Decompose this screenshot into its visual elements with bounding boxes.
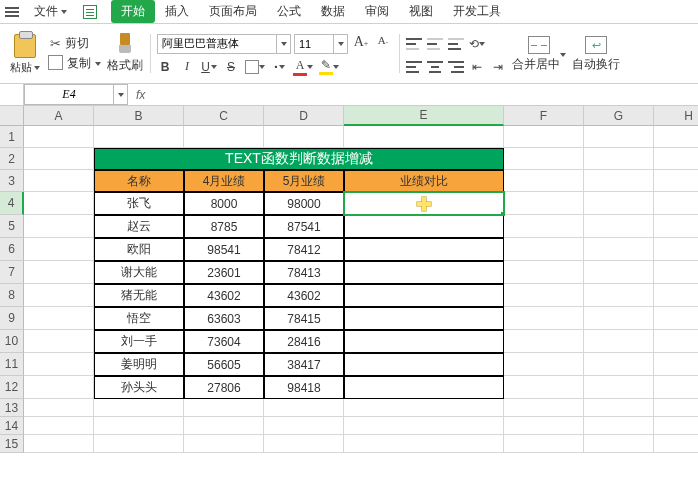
cell-C12[interactable]: 27806 xyxy=(184,376,264,399)
cell-H2[interactable] xyxy=(654,148,698,170)
cell-B15[interactable] xyxy=(94,435,184,453)
cell-C3[interactable]: 4月业绩 xyxy=(184,170,264,192)
cell-G1[interactable] xyxy=(584,126,654,148)
tab-data[interactable]: 数据 xyxy=(311,0,355,23)
row-header-4[interactable]: 4 xyxy=(0,192,24,215)
cell-A11[interactable] xyxy=(24,353,94,376)
fill-handle[interactable] xyxy=(500,211,504,215)
formula-input[interactable] xyxy=(153,84,698,105)
cell-H12[interactable] xyxy=(654,376,698,399)
cell-A10[interactable] xyxy=(24,330,94,353)
align-top-button[interactable] xyxy=(406,35,422,53)
font-color-button[interactable]: A xyxy=(293,58,313,76)
col-header-F[interactable]: F xyxy=(504,106,584,126)
fx-icon[interactable]: fx xyxy=(128,88,153,102)
cell-E9[interactable] xyxy=(344,307,504,330)
indent-right-button[interactable]: ⇥ xyxy=(490,58,506,76)
format-painter-button[interactable]: 格式刷 xyxy=(107,33,143,74)
cell-B14[interactable] xyxy=(94,417,184,435)
align-left-button[interactable] xyxy=(406,58,422,76)
cell-G6[interactable] xyxy=(584,238,654,261)
row-header-1[interactable]: 1 xyxy=(0,126,24,148)
cell-G12[interactable] xyxy=(584,376,654,399)
cell-E4[interactable] xyxy=(344,192,504,215)
row-header-12[interactable]: 12 xyxy=(0,376,24,399)
cell-D14[interactable] xyxy=(264,417,344,435)
merge-center-button[interactable]: 合并居中 xyxy=(512,34,566,73)
cell-B4[interactable]: 张飞 xyxy=(94,192,184,215)
cell-D12[interactable]: 98418 xyxy=(264,376,344,399)
cell-B8[interactable]: 猪无能 xyxy=(94,284,184,307)
tab-home[interactable]: 开始 xyxy=(111,0,155,23)
cell-B6[interactable]: 欧阳 xyxy=(94,238,184,261)
cell-G11[interactable] xyxy=(584,353,654,376)
font-size-input[interactable] xyxy=(294,34,334,54)
cell-D7[interactable]: 78413 xyxy=(264,261,344,284)
cell-D11[interactable]: 38417 xyxy=(264,353,344,376)
cell-C14[interactable] xyxy=(184,417,264,435)
increase-font-button[interactable]: A+ xyxy=(352,34,370,54)
cell-F14[interactable] xyxy=(504,417,584,435)
col-header-D[interactable]: D xyxy=(264,106,344,126)
col-header-B[interactable]: B xyxy=(94,106,184,126)
spreadsheet-grid[interactable]: ABCDEFGH 123456789101112131415 TEXT函数判断数… xyxy=(0,106,698,503)
cell-D4[interactable]: 98000 xyxy=(264,192,344,215)
indent-left-button[interactable]: ⇤ xyxy=(469,58,485,76)
cell-H10[interactable] xyxy=(654,330,698,353)
cell-A12[interactable] xyxy=(24,376,94,399)
cell-G7[interactable] xyxy=(584,261,654,284)
cell-A6[interactable] xyxy=(24,238,94,261)
paste-button[interactable]: 粘贴 xyxy=(6,32,44,75)
cell-G9[interactable] xyxy=(584,307,654,330)
cell-A1[interactable] xyxy=(24,126,94,148)
cell-F2[interactable] xyxy=(504,148,584,170)
cell-F4[interactable] xyxy=(504,192,584,215)
cell-H7[interactable] xyxy=(654,261,698,284)
cell-G10[interactable] xyxy=(584,330,654,353)
row-header-7[interactable]: 7 xyxy=(0,261,24,284)
cell-F11[interactable] xyxy=(504,353,584,376)
cell-A9[interactable] xyxy=(24,307,94,330)
cell-F5[interactable] xyxy=(504,215,584,238)
cell-B11[interactable]: 姜明明 xyxy=(94,353,184,376)
cell-C10[interactable]: 73604 xyxy=(184,330,264,353)
row-header-5[interactable]: 5 xyxy=(0,215,24,238)
font-name-input[interactable] xyxy=(157,34,277,54)
underline-button[interactable]: U xyxy=(201,58,217,76)
align-right-button[interactable] xyxy=(448,58,464,76)
cell-A8[interactable] xyxy=(24,284,94,307)
cell-F3[interactable] xyxy=(504,170,584,192)
name-box[interactable] xyxy=(24,84,114,105)
row-header-3[interactable]: 3 xyxy=(0,170,24,192)
cell-G15[interactable] xyxy=(584,435,654,453)
cell-H3[interactable] xyxy=(654,170,698,192)
align-middle-button[interactable] xyxy=(427,35,443,53)
cell-G14[interactable] xyxy=(584,417,654,435)
col-header-A[interactable]: A xyxy=(24,106,94,126)
cell-D5[interactable]: 87541 xyxy=(264,215,344,238)
cell-A14[interactable] xyxy=(24,417,94,435)
cell-F12[interactable] xyxy=(504,376,584,399)
cell-B9[interactable]: 悟空 xyxy=(94,307,184,330)
col-header-E[interactable]: E xyxy=(344,106,504,126)
cell-C8[interactable]: 43602 xyxy=(184,284,264,307)
cell-G2[interactable] xyxy=(584,148,654,170)
cell-H11[interactable] xyxy=(654,353,698,376)
cell-G5[interactable] xyxy=(584,215,654,238)
cell-G13[interactable] xyxy=(584,399,654,417)
align-center-button[interactable] xyxy=(427,58,443,76)
cell-H13[interactable] xyxy=(654,399,698,417)
tab-view[interactable]: 视图 xyxy=(399,0,443,23)
cell-H15[interactable] xyxy=(654,435,698,453)
cell-B7[interactable]: 谢大能 xyxy=(94,261,184,284)
cell-E8[interactable] xyxy=(344,284,504,307)
font-size-dropdown[interactable] xyxy=(334,34,348,54)
row-header-6[interactable]: 6 xyxy=(0,238,24,261)
cell-E10[interactable] xyxy=(344,330,504,353)
fill-color-button[interactable]: 🞍 xyxy=(271,58,287,76)
cell-G4[interactable] xyxy=(584,192,654,215)
cell-C9[interactable]: 63603 xyxy=(184,307,264,330)
cell-C13[interactable] xyxy=(184,399,264,417)
cell-H14[interactable] xyxy=(654,417,698,435)
border-button[interactable] xyxy=(245,58,265,76)
